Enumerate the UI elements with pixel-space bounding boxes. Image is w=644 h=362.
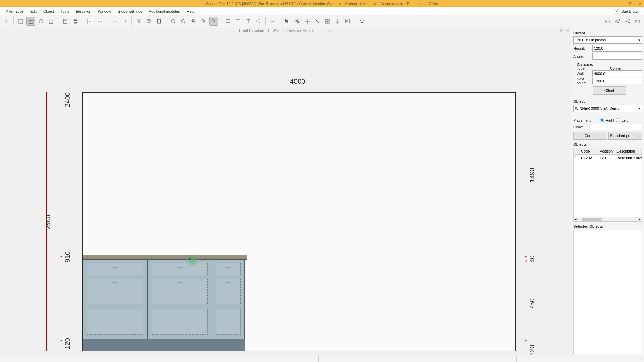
svg-line-28 [194,22,196,23]
menu-additional-modules[interactable]: Additional modules [146,7,183,15]
placement-right-radio[interactable]: Right [600,118,614,122]
distribute-icon[interactable] [343,17,352,26]
catalogue-select[interactable]: WINNER 0000-3 EN Demo ▾ [573,105,642,112]
menu-alternative[interactable]: Alternative [3,7,27,15]
view-report-icon[interactable] [47,17,55,26]
standard-products-button[interactable]: Standard products [608,132,642,140]
col-code[interactable]: Code [580,148,598,154]
snap-star-icon[interactable] [293,17,302,26]
restore-icon[interactable]: ⟳ [560,28,563,33]
snap-b-icon[interactable] [313,17,322,26]
zoom-actual-icon[interactable]: 1 [199,17,208,26]
save-icon[interactable] [61,17,70,26]
circle-icon[interactable] [254,17,263,26]
share-icon[interactable] [623,17,632,26]
view-plan-icon[interactable] [16,17,25,26]
cursor-mode-select[interactable]: 120.0 ⬆ On plinths ▾ [573,36,642,44]
dim-left-910: 910 [64,251,71,262]
menu-tools[interactable]: Tools [57,7,73,15]
svg-line-60 [627,20,629,21]
close-icon[interactable]: ✕ [638,1,642,6]
camera-icon[interactable] [603,17,612,26]
send-icon[interactable] [613,17,622,26]
app-title: Winner Flex 12.2a7.3 [300094] (Sue Brown… [206,2,438,6]
menu-edit[interactable]: Edit [27,7,40,15]
worktop[interactable] [83,255,247,260]
undo-icon[interactable] [110,17,119,26]
text-icon[interactable] [234,17,243,26]
list-icon[interactable] [268,17,277,26]
cabinet-2[interactable] [147,260,212,339]
pn-button[interactable]: pn [96,17,104,26]
tick: ✶ [60,339,63,343]
object-section: Object [573,99,642,103]
svg-point-56 [607,21,608,22]
note-icon[interactable] [224,17,232,26]
help-icon[interactable]: ? [614,9,619,14]
redo-icon[interactable] [120,17,129,26]
angle-field[interactable] [592,53,642,60]
table-row[interactable]: U120-S 120 Base unit 2 drawe [574,155,642,162]
minimize-icon[interactable]: — [619,1,624,6]
placement-left-radio[interactable]: Left [616,118,628,122]
cut-icon[interactable] [135,17,143,26]
objects-table[interactable]: Code Position Description U120-S 120 Bas… [573,148,642,222]
menu-window[interactable]: Window [95,7,114,15]
zoom-fit-icon[interactable] [189,17,198,26]
col-description[interactable]: Description [615,148,642,154]
offset-button[interactable]: Offset [593,86,626,95]
user-display[interactable]: ? Sue Brown [614,9,641,14]
code-field[interactable] [590,124,642,130]
chevron-down-icon: ▾ [638,106,640,111]
dim-top-label: 4000 [290,78,305,85]
close-view-icon[interactable]: ✕ [566,28,569,33]
scroll-right-icon[interactable]: ▸ [638,217,642,221]
mail-icon[interactable] [633,17,642,26]
menu-help[interactable]: Help [183,7,198,15]
zoom-out-icon[interactable] [179,17,188,26]
wall-label: Wall: [577,72,591,76]
corner-button[interactable]: Corner [573,132,607,140]
selected-objects-box[interactable] [573,230,642,354]
svg-text:1: 1 [202,19,204,22]
table-scrollbar[interactable]: ◂ ▸ [574,217,642,221]
svg-line-25 [184,22,185,23]
maximize-icon[interactable]: ☐ [628,1,633,6]
dim-right-40: 40 [528,255,536,263]
align-icon[interactable] [333,17,342,26]
back-icon[interactable] [2,17,11,26]
zoom-window-icon[interactable] [209,17,218,26]
menu-global-settings[interactable]: Global settings [114,7,146,15]
canvas-area[interactable]: Front Elevation - 1 : Wall - 1, Elevatio… [0,27,571,356]
print-icon[interactable] [71,17,80,26]
scroll-thumb[interactable] [582,218,602,221]
copy-icon[interactable] [145,17,153,26]
grid-icon[interactable] [323,17,332,26]
menu-object[interactable]: Object [40,7,57,15]
row-code: U120-S [580,155,598,162]
render-icon[interactable] [358,17,366,26]
pointer-icon[interactable] [283,17,291,26]
col-position[interactable]: Position [598,148,615,154]
zoom-in-icon[interactable] [169,17,178,26]
dim-right-750: 750 [528,298,536,309]
view-elevation-icon[interactable] [26,17,35,26]
scroll-left-icon[interactable]: ◂ [574,217,578,221]
svg-point-27 [192,19,195,22]
menu-elevation[interactable]: Elevation [72,7,94,15]
sc-button[interactable]: sc [86,17,94,26]
snap-a-icon[interactable] [303,17,312,26]
cabinet-group [83,260,245,339]
cabinet-3[interactable] [212,260,245,339]
svg-line-31 [204,22,206,23]
height-field[interactable] [592,45,642,52]
dimension-icon[interactable] [244,17,253,26]
next-field[interactable] [592,78,642,84]
tick: ✶ [524,259,527,263]
wall-field[interactable] [592,70,642,77]
row-checkbox[interactable] [575,156,579,160]
paste-icon[interactable] [155,17,163,26]
view-3d-icon[interactable] [37,17,45,26]
plinth[interactable] [83,339,245,351]
cabinet-1[interactable] [83,260,147,339]
